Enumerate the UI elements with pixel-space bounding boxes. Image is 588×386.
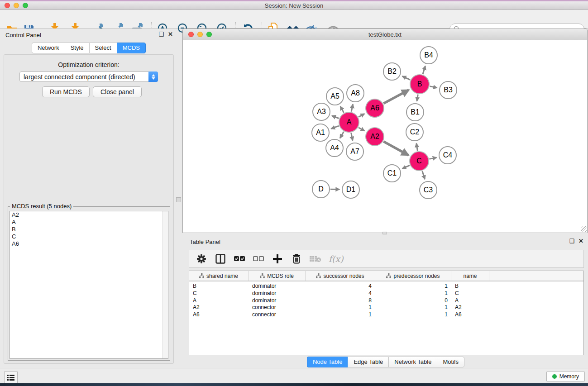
column-header-name[interactable]: name bbox=[451, 271, 489, 281]
graph-node-a4[interactable]: A4 bbox=[325, 139, 344, 157]
table-cell[interactable]: connector bbox=[249, 304, 306, 311]
tab-node-table[interactable]: Node Table bbox=[307, 357, 348, 367]
network-window-titlebar[interactable]: testGlobe.txt bbox=[183, 29, 587, 40]
close-window-button[interactable] bbox=[5, 3, 10, 8]
table-cell[interactable]: 8 bbox=[306, 297, 375, 304]
table-cell[interactable]: A2 bbox=[189, 304, 249, 311]
table-cell[interactable]: C bbox=[451, 290, 489, 297]
column-header-successor-nodes[interactable]: successor nodes bbox=[306, 271, 375, 281]
unselect-all-columns-icon[interactable] bbox=[253, 253, 264, 265]
tab-style[interactable]: Style bbox=[65, 43, 89, 53]
divider-handle[interactable] bbox=[382, 232, 387, 234]
create-column-plus-icon[interactable] bbox=[272, 253, 283, 265]
table-cell[interactable]: 1 bbox=[306, 304, 375, 311]
column-header-predecessor-nodes[interactable]: predecessor nodes bbox=[375, 271, 451, 281]
table-cell[interactable]: 4 bbox=[306, 290, 375, 297]
table-cell[interactable]: B bbox=[189, 282, 249, 290]
table-cell[interactable]: dominator bbox=[249, 297, 306, 304]
graph-node-a3[interactable]: A3 bbox=[312, 103, 330, 121]
table-settings-gear-icon[interactable] bbox=[196, 253, 207, 265]
graph-node-b2[interactable]: B2 bbox=[383, 62, 401, 81]
table-cell[interactable]: 4 bbox=[306, 282, 375, 290]
graph-node-c[interactable]: C bbox=[409, 151, 429, 171]
close-panel-icon[interactable]: ✕ bbox=[168, 31, 173, 38]
close-panel-icon[interactable]: ✕ bbox=[578, 238, 583, 244]
tab-network-table[interactable]: Network Table bbox=[388, 357, 437, 367]
table-row[interactable]: A6connector11A6 bbox=[189, 311, 583, 318]
table-cell[interactable]: B bbox=[451, 282, 489, 290]
graph-node-b3[interactable]: B3 bbox=[439, 81, 457, 99]
table-cell[interactable]: dominator bbox=[249, 282, 306, 290]
graph-node-c1[interactable]: C1 bbox=[383, 164, 401, 182]
column-header-shared-name[interactable]: shared name bbox=[189, 271, 249, 281]
tab-network[interactable]: Network bbox=[32, 43, 65, 53]
show-column-panel-icon[interactable] bbox=[215, 253, 226, 265]
minimize-window-button[interactable] bbox=[14, 3, 19, 8]
table-cell[interactable]: 1 bbox=[375, 304, 451, 311]
table-cell[interactable]: connector bbox=[249, 311, 306, 318]
graph-node-b1[interactable]: B1 bbox=[406, 103, 424, 121]
table-cell[interactable]: dominator bbox=[249, 290, 306, 297]
table-cell[interactable]: C bbox=[189, 290, 249, 297]
run-mcds-button[interactable]: Run MCDS bbox=[42, 86, 90, 97]
resize-grip-icon[interactable] bbox=[581, 226, 587, 232]
table-cell[interactable]: 1 bbox=[306, 311, 375, 318]
graph-node-c3[interactable]: C3 bbox=[419, 181, 437, 199]
graph-node-a2[interactable]: A2 bbox=[365, 127, 384, 146]
delete-table-icon[interactable] bbox=[310, 253, 321, 265]
graph-node-d1[interactable]: D1 bbox=[342, 181, 360, 199]
select-all-columns-icon[interactable] bbox=[234, 253, 245, 265]
table-row[interactable]: Adominator80A bbox=[189, 297, 583, 304]
graph-node-a6[interactable]: A6 bbox=[365, 99, 384, 118]
table-cell[interactable]: A6 bbox=[451, 311, 489, 318]
memory-button[interactable]: Memory bbox=[546, 371, 585, 382]
zoom-window-button[interactable] bbox=[23, 3, 28, 8]
column-header-mcds-role[interactable]: MCDS role bbox=[249, 271, 306, 281]
table-cell[interactable]: 1 bbox=[375, 311, 451, 318]
tab-mcds[interactable]: MCDS bbox=[117, 43, 146, 53]
graph-node-a5[interactable]: A5 bbox=[326, 87, 344, 105]
graph-node-b[interactable]: B bbox=[410, 74, 430, 94]
mcds-result-item[interactable]: A6 bbox=[10, 240, 168, 248]
table-cell[interactable]: A bbox=[189, 297, 249, 304]
graph-node-c2[interactable]: C2 bbox=[406, 123, 424, 141]
table-cell[interactable]: 1 bbox=[375, 282, 451, 290]
close-panel-button[interactable]: Close panel bbox=[93, 86, 142, 97]
graph-node-a7[interactable]: A7 bbox=[346, 143, 364, 161]
task-history-button[interactable] bbox=[4, 372, 18, 383]
table-cell[interactable]: 0 bbox=[375, 297, 451, 304]
graph-node-a[interactable]: A bbox=[339, 112, 359, 133]
function-builder-icon[interactable]: f(x) bbox=[329, 254, 344, 264]
delete-column-trash-icon[interactable] bbox=[291, 253, 302, 265]
network-close-button[interactable] bbox=[188, 32, 194, 37]
graph-node-d[interactable]: D bbox=[312, 180, 330, 198]
network-minimize-button[interactable] bbox=[197, 32, 203, 37]
tab-motifs[interactable]: Motifs bbox=[437, 357, 464, 367]
node-table[interactable]: shared nameMCDS rolesuccessor nodesprede… bbox=[189, 271, 584, 355]
graph-node-b4[interactable]: B4 bbox=[420, 46, 438, 64]
graph-node-a8[interactable]: A8 bbox=[346, 84, 364, 102]
divider-handle[interactable] bbox=[176, 197, 181, 202]
mcds-result-list[interactable]: A2ABCA6 bbox=[10, 211, 168, 359]
table-row[interactable]: Cdominator41C bbox=[189, 290, 583, 297]
table-cell[interactable]: A bbox=[451, 297, 489, 304]
float-panel-icon[interactable]: ❑ bbox=[569, 238, 574, 244]
float-panel-icon[interactable]: ❑ bbox=[158, 31, 164, 38]
table-cell[interactable]: 1 bbox=[375, 290, 451, 297]
table-cell[interactable]: A2 bbox=[451, 304, 489, 311]
criterion-select[interactable]: largest connected component (directed) bbox=[19, 71, 158, 82]
scrollbar-track[interactable] bbox=[162, 211, 168, 358]
mcds-result-item[interactable]: C bbox=[10, 233, 168, 240]
network-zoom-button[interactable] bbox=[206, 32, 212, 37]
tab-select[interactable]: Select bbox=[89, 43, 117, 53]
network-canvas[interactable]: B4B2BB3A8A5A6A3B1AC2A1A2A4A7C4CC1DD1C3 bbox=[183, 41, 587, 233]
table-cell[interactable]: A6 bbox=[189, 311, 249, 318]
table-row[interactable]: A2connector11A2 bbox=[189, 304, 583, 311]
mcds-result-item[interactable]: A bbox=[10, 219, 168, 226]
table-row[interactable]: Bdominator41B bbox=[189, 282, 583, 290]
graph-node-a1[interactable]: A1 bbox=[311, 124, 330, 142]
graph-node-c4[interactable]: C4 bbox=[439, 146, 457, 164]
tab-edge-table[interactable]: Edge Table bbox=[348, 357, 388, 367]
mcds-result-item[interactable]: A2 bbox=[10, 211, 168, 219]
mcds-result-item[interactable]: B bbox=[10, 226, 168, 233]
